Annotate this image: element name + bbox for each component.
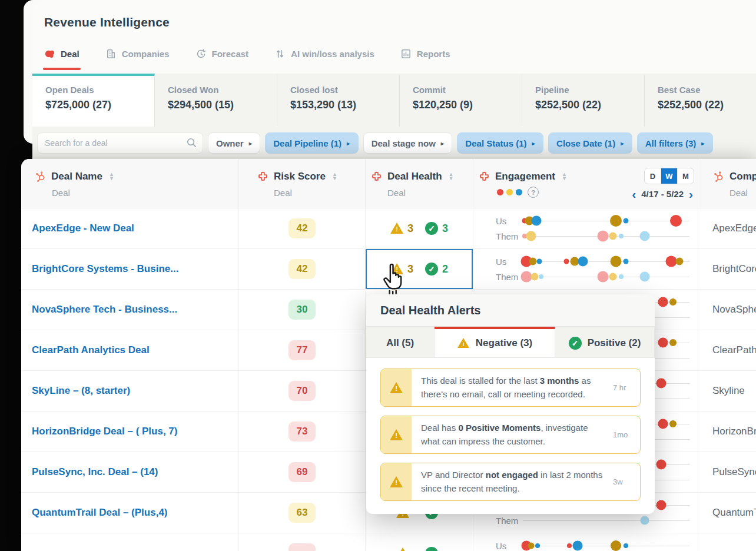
- summary-card-closed-won[interactable]: Closed Won$294,500 (15): [155, 74, 277, 127]
- negative-count-value: 3: [407, 223, 413, 235]
- card-label: Pipeline: [535, 85, 644, 95]
- legend-dot-red: [497, 189, 503, 195]
- sort-icon[interactable]: ▲▼: [562, 172, 567, 181]
- deal-name-cell: NovaSphere Tech - Business...: [21, 290, 238, 330]
- deal-name-link[interactable]: SkyLine – (8, starter): [32, 385, 130, 397]
- popup-title: Deal Health Alerts: [366, 294, 655, 327]
- deal-name-cell: [21, 533, 238, 551]
- top-panel: Revenue Intelligence DealCompaniesForeca…: [32, 0, 756, 159]
- custom-object-icon: [370, 170, 383, 182]
- search-input[interactable]: [37, 132, 203, 154]
- engagement-dot: [658, 419, 668, 429]
- table-row: ApexEdge - New Deal42!3✓3UsThemApexEdge: [21, 208, 756, 249]
- deal-name-cell: ClearPath Analytics Deal: [21, 330, 238, 370]
- deal-health-cell[interactable]: !3✓3: [365, 208, 473, 248]
- engagement-dot: [669, 339, 677, 346]
- deal-name-link[interactable]: QuantumTrail Deal – (Plus,4): [32, 507, 168, 519]
- tab-forecast[interactable]: Forecast: [195, 48, 249, 62]
- filter-button-all-filters-3[interactable]: All filters (3)▸: [637, 132, 713, 154]
- column-title: Company: [730, 171, 756, 182]
- summary-card-pipeline[interactable]: Pipeline$252,500 (22): [522, 74, 645, 127]
- engagement-dot: [639, 231, 649, 241]
- deal-name-link[interactable]: ApexEdge - New Deal: [32, 223, 134, 234]
- card-label: Closed lost: [290, 85, 399, 95]
- popup-tab-label: Negative (3): [476, 337, 532, 349]
- tab-ai-win-loss-analysis[interactable]: AI win/loss analysis: [274, 48, 374, 62]
- popup-tab-positive-2[interactable]: ✓Positive (2): [555, 327, 655, 357]
- sort-icon[interactable]: ▲▼: [332, 172, 337, 181]
- engagement-dot: [597, 271, 608, 283]
- risk-score-cell: 77: [238, 330, 365, 370]
- toggle-segment-m[interactable]: M: [678, 168, 694, 184]
- filter-button-deal-pipeline-1[interactable]: Deal Pipeline (1)▸: [265, 132, 358, 154]
- alert-timestamp: 1mo: [613, 416, 640, 453]
- deal-name-link[interactable]: HorizonBridge Deal – ( Plus, 7): [32, 426, 178, 437]
- engagement-dot: [537, 259, 542, 264]
- warning-icon: !: [390, 429, 403, 441]
- help-icon[interactable]: ?: [528, 187, 539, 198]
- filter-button-deal-status-1[interactable]: Deal Status (1)▸: [457, 132, 543, 154]
- deal-name-link[interactable]: BrightCore Systems - Busine...: [32, 263, 178, 275]
- alert-list: !This deal is stalled for the last 3 mon…: [366, 358, 655, 514]
- deal-search: [37, 132, 203, 154]
- prev-chevron-icon[interactable]: ‹: [632, 188, 636, 200]
- risk-score-badge: [289, 543, 316, 551]
- positive-count-value: 2: [442, 263, 448, 276]
- warning-icon: !: [457, 338, 469, 348]
- engagement-dot: [669, 298, 677, 306]
- next-chevron-icon[interactable]: ›: [689, 188, 693, 200]
- toggle-segment-w[interactable]: W: [661, 168, 678, 184]
- sort-icon[interactable]: ▲▼: [449, 172, 454, 181]
- popup-tab-all-5[interactable]: All (5): [366, 327, 435, 357]
- tab-reports[interactable]: Reports: [400, 48, 450, 62]
- filter-button-owner[interactable]: Owner▸: [208, 132, 260, 154]
- engagement-dot: [528, 543, 535, 549]
- popup-tabs: All (5)!Negative (3)✓Positive (2): [366, 327, 655, 358]
- filter-button-close-date-1[interactable]: Close Date (1)▸: [548, 132, 632, 154]
- alert-warning-stripe: !: [381, 369, 412, 406]
- summary-cards: Open Deals$725,000 (27)Closed Won$294,50…: [32, 74, 756, 127]
- risk-score-cell: 70: [238, 371, 365, 411]
- warning-icon: !: [396, 547, 409, 551]
- sort-icon[interactable]: ▲▼: [109, 172, 114, 181]
- deal-health-cell[interactable]: !✓: [365, 533, 473, 551]
- tab-label: Forecast: [212, 49, 249, 59]
- alert-card[interactable]: !This deal is stalled for the last 3 mon…: [380, 369, 641, 407]
- engagement-dot: [531, 216, 541, 226]
- alert-card[interactable]: !VP and Director not engaged in last 2 m…: [380, 463, 641, 501]
- alert-card[interactable]: !Deal has 0 Positive Moments, investigat…: [380, 416, 641, 454]
- check-icon: ✓: [425, 222, 438, 235]
- engagement-dot: [520, 271, 532, 283]
- engagement-dot: [578, 257, 588, 267]
- custom-object-icon: [478, 170, 490, 182]
- deal-name-cell: SkyLine – (8, starter): [21, 371, 238, 411]
- column-header-deal-name: Deal Name ▲▼ Deal: [21, 159, 238, 208]
- engagement-them-label: Them: [496, 231, 523, 241]
- column-subtitle: Deal: [387, 188, 473, 198]
- tab-companies[interactable]: Companies: [105, 48, 170, 62]
- tab-label: AI win/loss analysis: [291, 49, 374, 59]
- deal-name-link[interactable]: NovaSphere Tech - Business...: [32, 304, 177, 316]
- summary-card-best-case[interactable]: Best Case$252,500 (22): [645, 74, 756, 127]
- filter-button-deal-stage-now[interactable]: Deal stage now▸: [363, 132, 453, 154]
- engagement-dot: [611, 256, 622, 267]
- deal-name-link[interactable]: ClearPath Analytics Deal: [32, 344, 150, 356]
- company-name: ApexEdge: [712, 223, 756, 234]
- tab-deal[interactable]: Deal: [44, 48, 79, 62]
- risk-score-badge: 69: [289, 462, 316, 482]
- date-range-nav: ‹ 4/17 - 5/22 ›: [632, 188, 693, 200]
- summary-card-open-deals[interactable]: Open Deals$725,000 (27): [32, 74, 155, 127]
- summary-card-commit[interactable]: Commit$120,250 (9): [400, 74, 522, 127]
- column-title: Engagement: [495, 171, 555, 182]
- legend-dot-blue: [516, 189, 522, 195]
- tab-label: Deal: [61, 49, 79, 59]
- popup-tab-negative-3[interactable]: !Negative (3): [435, 327, 555, 357]
- engagement-dot: [624, 218, 629, 224]
- summary-card-closed-lost[interactable]: Closed lost$153,290 (13): [277, 74, 400, 127]
- risk-score-badge: 70: [289, 381, 316, 401]
- toggle-segment-d[interactable]: D: [645, 168, 661, 184]
- column-header-deal-health: Deal Health ▲▼ Deal: [365, 159, 473, 208]
- positive-alert-count: ✓2: [425, 263, 448, 276]
- deal-name-link[interactable]: PulseSync, Inc. Deal – (14): [32, 466, 158, 478]
- page-title: Revenue Intelligence: [44, 15, 170, 29]
